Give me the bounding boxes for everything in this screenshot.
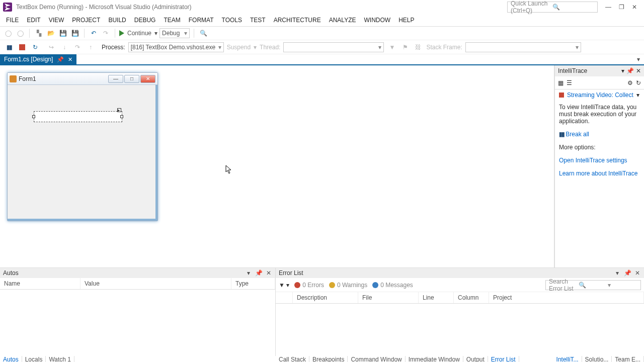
design-surface[interactable]: Form1 — □ ✕ — [0, 65, 554, 267]
err-col-icon[interactable] — [276, 292, 293, 303]
menu-project[interactable]: PROJECT — [68, 15, 104, 26]
step-over-button[interactable]: ↷ — [72, 42, 83, 52]
stop-button[interactable] — [17, 42, 27, 52]
menu-view[interactable]: VIEW — [45, 15, 68, 26]
menu-analyze[interactable]: ANALYZE — [325, 15, 360, 26]
redo-button[interactable]: ↷ — [101, 28, 111, 38]
tab-breakpoints[interactable]: Breakpoints — [309, 356, 348, 362]
it-view-button[interactable]: ▦ — [558, 79, 564, 86]
pause-button[interactable]: ▮▮ — [4, 42, 14, 52]
autos-col-type[interactable]: Type — [231, 278, 275, 289]
tab-close-icon[interactable]: ✕ — [68, 56, 72, 63]
tab-output[interactable]: Output — [463, 356, 488, 362]
menu-test[interactable]: TEST — [246, 15, 270, 26]
autos-col-value[interactable]: Value — [80, 278, 231, 289]
continue-button[interactable]: Continue ▾ — [119, 30, 157, 37]
form-minimize-button[interactable]: — — [108, 75, 123, 83]
warnings-toggle[interactable]: 0 Warnings — [329, 282, 367, 289]
process-combo[interactable]: [816] TextBox Demo.vshost.exe ▾ — [128, 42, 224, 52]
close-button[interactable]: ✕ — [628, 2, 641, 12]
err-col-column[interactable]: Column — [454, 292, 489, 303]
tab-intellitrace[interactable]: IntelliT... — [553, 356, 582, 362]
filter-icon[interactable]: ▼ — [387, 42, 397, 52]
find-in-files-button[interactable]: 🔍 — [198, 28, 208, 38]
error-search-input[interactable]: Search Error List 🔍▾ — [545, 280, 641, 290]
tab-autos[interactable]: Autos — [0, 356, 22, 362]
break-all-link[interactable]: ▮▮ Break all — [555, 128, 644, 141]
tab-errorlist[interactable]: Error List — [488, 356, 519, 362]
save-button[interactable]: 💾 — [58, 28, 68, 38]
menu-architecture[interactable]: ARCHITECTURE — [270, 15, 325, 26]
menu-tools[interactable]: TOOLS — [218, 15, 246, 26]
autos-col-name[interactable]: Name — [0, 278, 80, 289]
panel-pin-icon[interactable]: 📌 — [255, 269, 262, 277]
show-next-button[interactable]: ↪ — [46, 42, 56, 52]
it-list-button[interactable]: ☰ — [567, 79, 572, 86]
err-col-project[interactable]: Project — [489, 292, 644, 303]
menu-help[interactable]: HELP — [394, 15, 418, 26]
minimize-button[interactable]: — — [602, 2, 615, 12]
quick-launch-input[interactable]: Quick Launch (Ctrl+Q) 🔍 — [507, 2, 598, 13]
config-combo[interactable]: Debug ▾ — [159, 28, 190, 38]
filter-dropdown-icon[interactable]: ▼ ▾ — [279, 282, 289, 289]
err-col-description[interactable]: Description — [293, 292, 358, 303]
threads-icon[interactable]: ⛓ — [413, 42, 423, 52]
menu-build[interactable]: BUILD — [104, 15, 130, 26]
textbox-control[interactable] — [34, 111, 122, 122]
panel-close-icon[interactable]: ✕ — [634, 269, 641, 277]
menu-window[interactable]: WINDOW — [360, 15, 394, 26]
restore-button[interactable]: ❐ — [615, 2, 628, 12]
tab-solution[interactable]: Solutio... — [582, 356, 612, 362]
learn-more-link[interactable]: Learn more about IntelliTrace — [555, 167, 644, 180]
menu-team[interactable]: TEAM — [159, 15, 184, 26]
thread-combo[interactable]: ▾ — [283, 42, 384, 52]
nav-forward-button[interactable]: ◯ — [15, 28, 25, 38]
resize-handle-left[interactable] — [32, 115, 35, 118]
tab-command[interactable]: Command Window — [348, 356, 405, 362]
panel-close-icon[interactable]: ✕ — [636, 67, 641, 74]
resize-handle-right[interactable] — [120, 115, 123, 118]
tab-immediate[interactable]: Immediate Window — [406, 356, 463, 362]
smart-tag-glyph[interactable] — [117, 108, 121, 112]
tab-locals[interactable]: Locals — [22, 356, 46, 362]
step-out-button[interactable]: ↑ — [86, 42, 96, 52]
tab-callstack[interactable]: Call Stack — [276, 356, 309, 362]
step-into-button[interactable]: ↓ — [59, 42, 69, 52]
panel-dropdown-icon[interactable]: ▾ — [614, 269, 621, 277]
menu-format[interactable]: FORMAT — [185, 15, 218, 26]
open-settings-link[interactable]: Open IntelliTrace settings — [555, 154, 644, 167]
panel-close-icon[interactable]: ✕ — [265, 269, 272, 277]
flag-icon[interactable]: ⚑ — [400, 42, 410, 52]
menu-debug[interactable]: DEBUG — [130, 15, 160, 26]
panel-dropdown-icon[interactable]: ▾ — [621, 67, 624, 74]
it-settings-icon[interactable]: ⚙ — [627, 79, 633, 86]
panel-pin-icon[interactable]: 📌 — [626, 67, 634, 74]
tab-team-explorer[interactable]: Team E... — [612, 356, 644, 362]
save-all-button[interactable]: 💾 — [70, 28, 80, 38]
panel-pin-icon[interactable]: 📌 — [624, 269, 631, 277]
err-col-line[interactable]: Line — [419, 292, 454, 303]
restart-button[interactable]: ↻ — [30, 42, 40, 52]
panel-dropdown-icon[interactable]: ▾ — [245, 269, 252, 277]
messages-toggle[interactable]: 0 Messages — [372, 282, 413, 289]
form-close-button[interactable]: ✕ — [140, 75, 155, 83]
tab-dropdown-icon[interactable]: ▾ — [633, 54, 644, 64]
nav-back-button[interactable]: ◯ — [3, 28, 13, 38]
form-designer-window[interactable]: Form1 — □ ✕ — [7, 72, 158, 221]
new-project-button[interactable]: ▚ — [34, 28, 44, 38]
undo-button[interactable]: ↶ — [89, 28, 99, 38]
document-tab-strip: Form1.cs [Design] 📌 ✕ ▾ — [0, 54, 644, 65]
it-refresh-icon[interactable]: ↻ — [636, 79, 641, 86]
pin-icon[interactable]: 📌 — [57, 56, 64, 63]
menu-file[interactable]: FILE — [2, 15, 23, 26]
document-tab[interactable]: Form1.cs [Design] 📌 ✕ — [0, 54, 76, 64]
open-file-button[interactable]: 📂 — [46, 28, 56, 38]
errors-toggle[interactable]: 0 Errors — [294, 282, 324, 289]
form-client-area[interactable] — [8, 85, 157, 221]
stackframe-combo[interactable]: ▾ — [465, 42, 581, 52]
form-maximize-button[interactable]: □ — [124, 75, 139, 83]
menu-edit[interactable]: EDIT — [23, 15, 44, 26]
tab-watch1[interactable]: Watch 1 — [46, 356, 74, 362]
err-col-file[interactable]: File — [358, 292, 419, 303]
streaming-video-row[interactable]: Streaming Video: Collect ▾ — [555, 89, 644, 101]
